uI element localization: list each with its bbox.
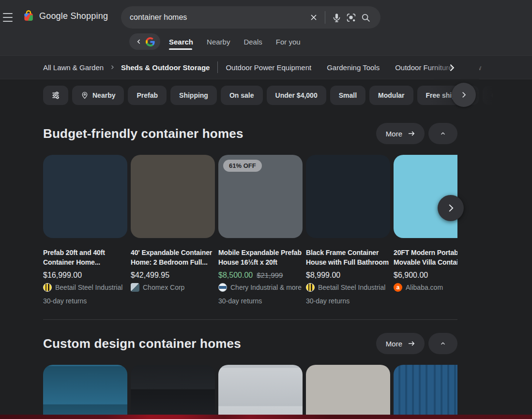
discount-badge: 61% OFF bbox=[223, 160, 262, 172]
tune-filters-icon bbox=[51, 90, 61, 100]
chip-prefab[interactable]: Prefab bbox=[128, 86, 167, 105]
merchant-name: Beetail Steel Industrial bbox=[55, 284, 122, 291]
chip-under-4000[interactable]: Under $4,000 bbox=[267, 86, 326, 105]
merchant-row[interactable]: Beetail Steel Industrial bbox=[306, 283, 390, 292]
product-title[interactable]: Black Frame Container House with Full Ba… bbox=[306, 248, 390, 267]
chevron-up-icon bbox=[440, 130, 446, 137]
original-price: $21,999 bbox=[257, 271, 283, 279]
product-title[interactable]: Prefab 20ft and 40ft Container Home... bbox=[43, 248, 127, 267]
top-bar: Google Shopping container homes bbox=[0, 0, 532, 55]
breadcrumb-current[interactable]: Sheds & Outdoor Storage bbox=[121, 63, 210, 72]
collapse-section-button[interactable] bbox=[428, 123, 457, 144]
returns-text: 30-day returns bbox=[218, 297, 303, 305]
product-card[interactable] bbox=[306, 365, 390, 419]
product-image[interactable] bbox=[131, 365, 215, 419]
returns-text: 30-day returns bbox=[306, 297, 390, 305]
brand[interactable]: Google Shopping bbox=[22, 10, 108, 22]
product-image[interactable] bbox=[306, 365, 390, 419]
filters-button[interactable] bbox=[43, 86, 68, 105]
product-image[interactable] bbox=[218, 365, 303, 419]
product-title[interactable]: Mobile Expandable Prefab House 16½ft x 2… bbox=[218, 248, 303, 267]
breadcrumb-root[interactable]: All Lawn & Garden bbox=[43, 63, 104, 72]
product-card[interactable] bbox=[131, 365, 215, 419]
menu-icon[interactable] bbox=[3, 13, 14, 22]
chip-nearby[interactable]: Nearby bbox=[72, 86, 124, 105]
tab-for-you[interactable]: For you bbox=[276, 38, 301, 46]
category-outdoor-power-equipment[interactable]: Outdoor Power Equipment bbox=[226, 63, 311, 72]
chip-on-sale[interactable]: On sale bbox=[221, 86, 263, 105]
chery-favicon-icon bbox=[218, 283, 227, 292]
category-lawn-truncated[interactable]: Law bbox=[468, 63, 482, 72]
product-card[interactable]: Prefab 20ft and 40ft Container Home... $… bbox=[43, 155, 127, 305]
section-budget-header: Budget-friendly container homes More bbox=[43, 123, 457, 144]
google-shopping-page: Google Shopping container homes bbox=[0, 0, 532, 419]
chip-small[interactable]: Small bbox=[330, 86, 365, 105]
category-scroll-right-icon[interactable] bbox=[443, 60, 460, 76]
section-custom-header: Custom design container homes More bbox=[43, 333, 457, 354]
product-card[interactable]: 61% OFF Mobile Expandable Prefab House 1… bbox=[218, 155, 303, 305]
product-image[interactable] bbox=[131, 155, 215, 238]
back-to-google-button[interactable] bbox=[129, 33, 160, 50]
product-price: $6,900.00 bbox=[394, 271, 428, 280]
tab-nearby[interactable]: Nearby bbox=[207, 38, 230, 46]
merchant-row[interactable]: Beetail Steel Industrial bbox=[43, 283, 127, 292]
carousel-next-button[interactable] bbox=[438, 195, 464, 221]
arrow-right-icon bbox=[407, 339, 416, 348]
category-gardening-tools[interactable]: Gardening Tools bbox=[327, 63, 380, 72]
product-title[interactable]: 20FT Modern Portab Movable Villa Contai bbox=[394, 248, 457, 267]
google-shopping-bag-icon bbox=[22, 10, 35, 22]
more-button[interactable]: More bbox=[376, 333, 425, 354]
product-card[interactable] bbox=[394, 365, 457, 419]
product-card[interactable] bbox=[218, 365, 303, 419]
active-tab-underline bbox=[169, 48, 192, 50]
product-image[interactable] bbox=[43, 155, 127, 238]
more-button[interactable]: More bbox=[376, 123, 425, 144]
merchant-name: Beetail Steel Industrial bbox=[318, 284, 385, 291]
microphone-icon[interactable] bbox=[329, 10, 344, 25]
product-price: $16,999.00 bbox=[43, 271, 82, 280]
custom-carousel bbox=[43, 365, 457, 419]
merchant-row[interactable]: Chomex Corp bbox=[131, 283, 215, 292]
arrow-right-icon bbox=[407, 129, 416, 138]
product-image[interactable] bbox=[394, 365, 457, 419]
chips-scroll-right-button[interactable] bbox=[452, 83, 476, 107]
tab-deals[interactable]: Deals bbox=[243, 38, 262, 46]
chevron-up-icon bbox=[440, 340, 446, 347]
chip-glass-truncated[interactable]: Gla bbox=[483, 86, 511, 105]
collapse-section-button[interactable] bbox=[428, 333, 457, 354]
category-breadcrumb-bar: All Lawn & Garden Sheds & Outdoor Storag… bbox=[0, 55, 532, 79]
search-bar[interactable]: container homes bbox=[121, 6, 380, 29]
beetail-favicon-icon bbox=[306, 283, 315, 292]
google-lens-icon[interactable] bbox=[344, 10, 358, 25]
chip-shipping[interactable]: Shipping bbox=[170, 86, 217, 105]
search-input[interactable]: container homes bbox=[130, 13, 306, 22]
product-title[interactable]: 40' Expandable Container Home: 2 Bedroom… bbox=[131, 248, 215, 267]
merchant-row[interactable]: Chery Industrial & more bbox=[218, 283, 303, 292]
chomex-favicon-icon bbox=[131, 283, 139, 292]
location-pin-icon bbox=[81, 91, 89, 99]
product-image[interactable]: 61% OFF bbox=[218, 155, 303, 238]
bottom-partial-content-strip bbox=[0, 415, 532, 419]
product-card[interactable]: 20FT Modern Portab Movable Villa Contai … bbox=[394, 155, 457, 305]
back-chevron-icon bbox=[135, 38, 143, 45]
merchant-row[interactable]: a Alibaba.com bbox=[394, 283, 457, 292]
product-price: $8,999.00 bbox=[306, 271, 340, 280]
section-divider bbox=[43, 319, 457, 320]
mode-tabs: Search Nearby Deals For you bbox=[169, 33, 301, 50]
tab-search[interactable]: Search bbox=[169, 38, 193, 46]
product-image[interactable] bbox=[306, 155, 390, 238]
search-divider bbox=[325, 11, 325, 24]
chip-modular[interactable]: Modular bbox=[369, 86, 413, 105]
product-card[interactable]: Black Frame Container House with Full Ba… bbox=[306, 155, 390, 305]
search-icon[interactable] bbox=[358, 10, 373, 25]
merchant-name: Chery Industrial & more bbox=[230, 284, 302, 291]
category-divider bbox=[217, 61, 218, 73]
sale-price: $8,500.00 bbox=[218, 271, 253, 280]
clear-search-icon[interactable] bbox=[306, 10, 321, 25]
product-card[interactable] bbox=[43, 365, 127, 419]
product-image[interactable] bbox=[43, 365, 127, 419]
merchant-name: Chomex Corp bbox=[143, 284, 184, 291]
budget-carousel: Prefab 20ft and 40ft Container Home... $… bbox=[43, 155, 457, 305]
product-card[interactable]: 40' Expandable Container Home: 2 Bedroom… bbox=[131, 155, 215, 305]
alibaba-favicon-icon: a bbox=[394, 283, 402, 292]
